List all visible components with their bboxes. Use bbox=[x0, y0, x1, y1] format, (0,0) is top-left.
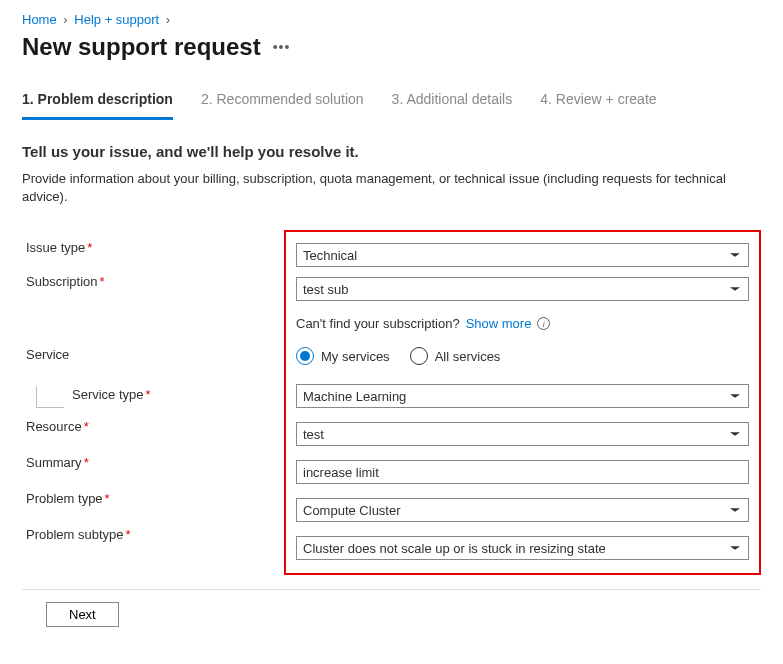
breadcrumb-home[interactable]: Home bbox=[22, 12, 57, 27]
section-heading: Tell us your issue, and we'll help you r… bbox=[22, 143, 761, 160]
chevron-down-icon bbox=[730, 395, 740, 398]
summary-value: increase limit bbox=[303, 465, 379, 480]
resource-dropdown[interactable]: test bbox=[296, 422, 749, 446]
service-scope-radio-group: My services All services bbox=[292, 343, 753, 379]
next-button[interactable]: Next bbox=[46, 602, 119, 627]
service-type-dropdown[interactable]: Machine Learning bbox=[296, 384, 749, 408]
label-service: Service bbox=[26, 347, 69, 362]
chevron-down-icon bbox=[730, 288, 740, 291]
label-service-type: Service type bbox=[72, 387, 144, 402]
label-problem-type: Problem type bbox=[26, 491, 103, 506]
section-description: Provide information about your billing, … bbox=[22, 170, 761, 206]
problem-subtype-dropdown[interactable]: Cluster does not scale up or is stuck in… bbox=[296, 536, 749, 560]
subscription-helper: Can't find your subscription? Show more … bbox=[292, 306, 753, 343]
required-icon: * bbox=[87, 240, 92, 255]
chevron-down-icon bbox=[730, 547, 740, 550]
tree-connector-icon bbox=[36, 386, 64, 408]
label-resource: Resource bbox=[26, 419, 82, 434]
label-subscription: Subscription bbox=[26, 274, 98, 289]
chevron-right-icon: › bbox=[166, 12, 170, 27]
problem-type-dropdown[interactable]: Compute Cluster bbox=[296, 498, 749, 522]
service-type-value: Machine Learning bbox=[303, 389, 406, 404]
show-more-link[interactable]: Show more bbox=[466, 316, 532, 331]
page-title: New support request bbox=[22, 33, 261, 61]
tab-problem-description[interactable]: 1. Problem description bbox=[22, 91, 173, 120]
radio-my-services[interactable]: My services bbox=[296, 347, 390, 365]
required-icon: * bbox=[105, 491, 110, 506]
chevron-down-icon bbox=[730, 254, 740, 257]
radio-all-services-label: All services bbox=[435, 349, 501, 364]
issue-type-dropdown[interactable]: Technical bbox=[296, 243, 749, 267]
chevron-down-icon bbox=[730, 433, 740, 436]
label-problem-subtype: Problem subtype bbox=[26, 527, 124, 542]
chevron-down-icon bbox=[730, 509, 740, 512]
problem-subtype-value: Cluster does not scale up or is stuck in… bbox=[303, 541, 606, 556]
required-icon: * bbox=[126, 527, 131, 542]
issue-type-value: Technical bbox=[303, 248, 357, 263]
tab-additional-details[interactable]: 3. Additional details bbox=[392, 91, 513, 120]
info-icon[interactable]: i bbox=[537, 317, 550, 330]
problem-type-value: Compute Cluster bbox=[303, 503, 401, 518]
tabs: 1. Problem description 2. Recommended so… bbox=[22, 91, 761, 121]
subscription-dropdown[interactable]: test sub bbox=[296, 277, 749, 301]
radio-my-services-label: My services bbox=[321, 349, 390, 364]
radio-all-services[interactable]: All services bbox=[410, 347, 501, 365]
highlighted-fields-region: Technical test sub Can't find your subsc… bbox=[284, 230, 761, 575]
label-summary: Summary bbox=[26, 455, 82, 470]
label-issue-type: Issue type bbox=[26, 240, 85, 255]
more-actions-button[interactable]: ••• bbox=[273, 39, 291, 55]
subscription-value: test sub bbox=[303, 282, 349, 297]
required-icon: * bbox=[84, 455, 89, 470]
breadcrumb: Home › Help + support › bbox=[22, 12, 761, 27]
breadcrumb-help[interactable]: Help + support bbox=[74, 12, 159, 27]
helper-text: Can't find your subscription? bbox=[296, 316, 460, 331]
resource-value: test bbox=[303, 427, 324, 442]
tab-recommended-solution[interactable]: 2. Recommended solution bbox=[201, 91, 364, 120]
required-icon: * bbox=[146, 387, 151, 402]
required-icon: * bbox=[100, 274, 105, 289]
summary-input[interactable]: increase limit bbox=[296, 460, 749, 484]
tab-review-create[interactable]: 4. Review + create bbox=[540, 91, 656, 120]
required-icon: * bbox=[84, 419, 89, 434]
chevron-right-icon: › bbox=[63, 12, 67, 27]
